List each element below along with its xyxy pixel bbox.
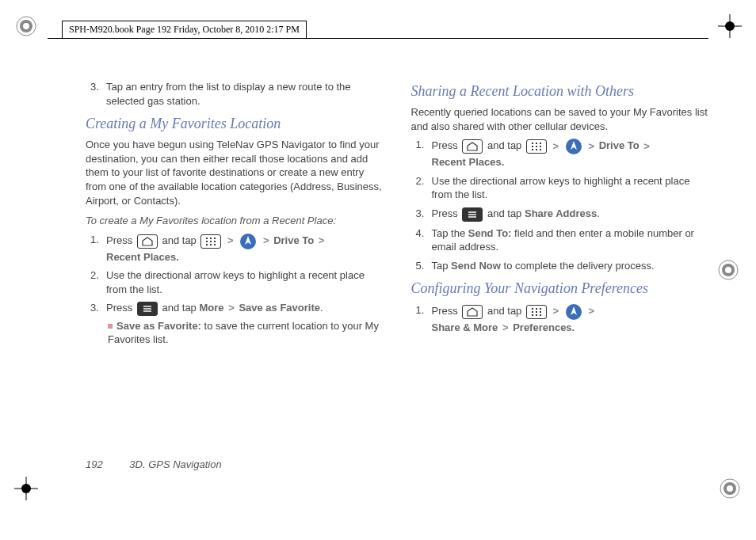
breadcrumb-separator: > bbox=[552, 140, 561, 152]
svg-rect-17 bbox=[214, 238, 216, 239]
step-text-part: Press bbox=[106, 302, 136, 314]
svg-rect-16 bbox=[210, 238, 212, 239]
header-rule bbox=[48, 38, 708, 39]
svg-rect-21 bbox=[206, 244, 208, 245]
step-text: Use the directional arrow keys to highli… bbox=[432, 175, 690, 201]
svg-rect-34 bbox=[532, 149, 533, 150]
step-text-part: Press bbox=[432, 140, 461, 152]
svg-rect-43 bbox=[540, 308, 541, 310]
svg-rect-23 bbox=[214, 244, 216, 245]
breadcrumb-separator: > bbox=[262, 234, 271, 246]
navigation-app-icon bbox=[565, 138, 582, 155]
step-number: 2. bbox=[416, 174, 425, 188]
svg-rect-45 bbox=[536, 311, 537, 313]
step-text-part: Tap the bbox=[432, 227, 468, 239]
app-grid-icon bbox=[526, 139, 547, 154]
step-number: 3. bbox=[416, 207, 425, 221]
menu-path-item: Preferences. bbox=[513, 321, 575, 333]
svg-rect-44 bbox=[532, 311, 533, 313]
sub-list-item: Save as Favorite: to save the current lo… bbox=[106, 319, 384, 347]
list-item: 3. Press and tap More > Save as Favorite… bbox=[86, 301, 384, 347]
svg-rect-32 bbox=[536, 146, 537, 147]
procedure-list: 1. Press and tap > > Share & More > Pref… bbox=[411, 303, 709, 335]
svg-rect-47 bbox=[532, 314, 533, 316]
list-item: 3. Tap an entry from the list to display… bbox=[86, 80, 384, 108]
step-number: 4. bbox=[416, 226, 425, 241]
svg-rect-42 bbox=[536, 308, 537, 310]
menu-path-item: Drive To bbox=[273, 234, 317, 246]
list-item: 5. Tap Send Now to complete the delivery… bbox=[411, 259, 709, 273]
svg-rect-29 bbox=[536, 143, 537, 144]
menu-path-item: More bbox=[199, 302, 223, 314]
registration-corner-tr bbox=[718, 14, 742, 38]
home-button-icon bbox=[462, 139, 483, 154]
svg-rect-19 bbox=[210, 241, 212, 242]
menu-path-item: Recent Places. bbox=[432, 156, 505, 168]
step-number: 2. bbox=[90, 268, 99, 283]
step-number: 3. bbox=[90, 301, 99, 315]
menu-path-item: Share & More bbox=[432, 321, 498, 333]
list-item: 3. Press and tap Share Address. bbox=[411, 207, 709, 222]
left-column: 3. Tap an entry from the list to display… bbox=[86, 75, 384, 445]
menu-path-item: Save as Favorite bbox=[239, 302, 320, 314]
breadcrumb-separator: > bbox=[552, 305, 561, 317]
step-text-part: to complete the delivery process. bbox=[501, 260, 655, 272]
registration-mark-right bbox=[716, 258, 740, 282]
svg-rect-35 bbox=[536, 149, 537, 150]
svg-rect-28 bbox=[532, 143, 533, 144]
registration-corner-br bbox=[718, 477, 742, 500]
step-number: 1. bbox=[416, 303, 425, 318]
menu-path-item: Share Address bbox=[525, 207, 597, 219]
home-button-icon bbox=[137, 234, 158, 249]
button-label: Send Now bbox=[451, 260, 501, 272]
navigation-app-icon bbox=[565, 303, 582, 321]
step-number: 1. bbox=[416, 138, 425, 152]
procedure-list: 1. Press and tap > > Drive To > Recent P… bbox=[86, 233, 384, 347]
menu-button-icon bbox=[137, 302, 158, 316]
registration-corner-bl bbox=[14, 477, 38, 500]
navigation-app-icon bbox=[239, 233, 257, 250]
step-text-part: Press bbox=[432, 207, 461, 219]
svg-point-8 bbox=[21, 484, 31, 493]
menu-path-item: Drive To bbox=[599, 140, 640, 152]
step-number: 3. bbox=[90, 80, 99, 94]
paragraph: Once you have begun using TeleNav GPS Na… bbox=[86, 138, 384, 207]
procedure-list: 1. Press and tap > > Drive To > Recent P… bbox=[411, 138, 709, 272]
step-text-part: Tap bbox=[432, 260, 452, 272]
page-number: 192 bbox=[86, 458, 103, 470]
right-column: Sharing a Recent Location with Others Re… bbox=[411, 75, 709, 445]
procedure-lead: To create a My Favorites location from a… bbox=[86, 214, 384, 228]
breadcrumb-separator: > bbox=[501, 321, 510, 333]
field-label: Send To: bbox=[468, 227, 512, 239]
svg-point-2 bbox=[23, 23, 29, 29]
step-text-part: Press bbox=[106, 234, 136, 246]
svg-rect-33 bbox=[540, 146, 541, 147]
svg-rect-15 bbox=[206, 238, 208, 239]
svg-rect-18 bbox=[206, 241, 208, 242]
list-item: 2. Use the directional arrow keys to hig… bbox=[86, 268, 384, 296]
app-grid-icon bbox=[526, 305, 547, 319]
svg-rect-22 bbox=[210, 244, 212, 245]
svg-rect-36 bbox=[540, 149, 541, 150]
svg-rect-30 bbox=[540, 143, 541, 144]
breadcrumb-separator: > bbox=[642, 140, 651, 152]
page-header-meta: SPH-M920.book Page 192 Friday, October 8… bbox=[62, 21, 307, 39]
step-text: Use the directional arrow keys to highli… bbox=[106, 269, 365, 295]
menu-path-item: Recent Places. bbox=[106, 251, 179, 263]
step-text-part: . bbox=[597, 207, 600, 219]
list-item: 1. Press and tap > > Drive To > Recent P… bbox=[411, 138, 709, 169]
sub-item-label: Save as Favorite: bbox=[116, 320, 201, 332]
breadcrumb-separator: > bbox=[317, 234, 326, 246]
heading-sharing-location: Sharing a Recent Location with Others bbox=[411, 82, 709, 101]
bullet-square-icon bbox=[108, 324, 113, 329]
breadcrumb-separator: > bbox=[226, 234, 235, 246]
heading-creating-favorites: Creating a My Favorites Location bbox=[86, 114, 384, 133]
registration-corner-tl bbox=[14, 14, 38, 38]
svg-rect-41 bbox=[532, 308, 533, 310]
page-body: 3. Tap an entry from the list to display… bbox=[86, 75, 708, 445]
page-footer: 192 3D. GPS Navigation bbox=[86, 458, 222, 470]
menu-button-icon bbox=[462, 207, 483, 222]
step-text-part: and tap bbox=[162, 234, 199, 246]
step-number: 1. bbox=[90, 233, 99, 247]
step-text-part: and tap bbox=[487, 207, 525, 219]
